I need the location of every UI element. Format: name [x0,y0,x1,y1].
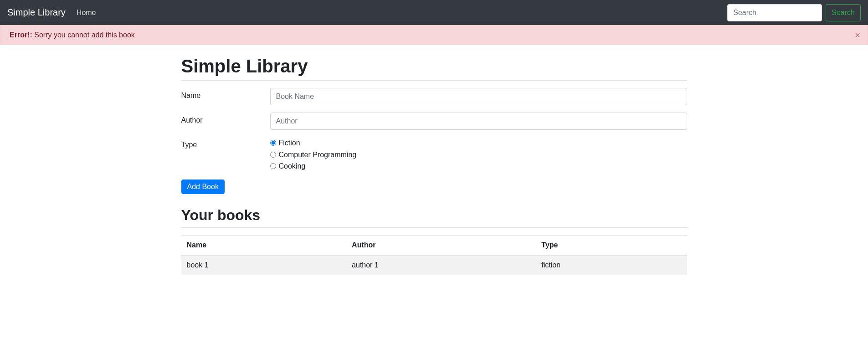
brand[interactable]: Simple Library [7,7,66,18]
name-input[interactable] [270,88,687,105]
alert-strong: Error!: [10,31,32,39]
type-option-label: Fiction [279,137,300,149]
books-table: NameAuthorType book 1author 1fiction [181,235,687,275]
divider [181,227,687,228]
table-header-cell: Name [181,235,347,255]
type-option-label: Computer Programming [279,149,357,161]
table-cell-type: fiction [536,255,687,275]
type-option[interactable]: Cooking [270,160,687,172]
type-radio[interactable] [270,152,276,158]
error-alert: Error!: Sorry you cannot add this book × [0,25,868,45]
type-radio[interactable] [270,140,276,146]
type-radio[interactable] [270,163,276,169]
search-form: Search [727,4,861,21]
table-header-row: NameAuthorType [181,235,687,255]
form-row-name: Name [181,88,687,105]
main-container: Simple Library Name Author Type FictionC… [175,56,694,275]
table-cell-author: author 1 [346,255,536,275]
search-button[interactable]: Search [826,4,861,21]
table-body: book 1author 1fiction [181,255,687,275]
type-label: Type [181,137,270,149]
type-option-label: Cooking [279,160,306,172]
table-row: book 1author 1fiction [181,255,687,275]
type-options-group: FictionComputer ProgrammingCooking [270,137,687,172]
type-option[interactable]: Computer Programming [270,149,687,161]
form-row-type: Type FictionComputer ProgrammingCooking [181,137,687,172]
form-row-author: Author [181,113,687,130]
add-book-button[interactable]: Add Book [181,180,225,194]
page-title: Simple Library [181,56,687,77]
navbar: Simple Library Home Search [0,0,868,25]
divider [181,80,687,81]
name-label: Name [181,88,270,100]
books-section-title: Your books [181,207,687,224]
table-header-cell: Type [536,235,687,255]
table-header-cell: Author [346,235,536,255]
table-cell-name: book 1 [181,255,347,275]
alert-message: Sorry you cannot add this book [32,31,135,39]
type-option[interactable]: Fiction [270,137,687,149]
close-icon[interactable]: × [855,31,860,40]
search-input[interactable] [727,4,822,21]
author-input[interactable] [270,113,687,130]
nav-home-link[interactable]: Home [77,9,96,17]
author-label: Author [181,113,270,124]
